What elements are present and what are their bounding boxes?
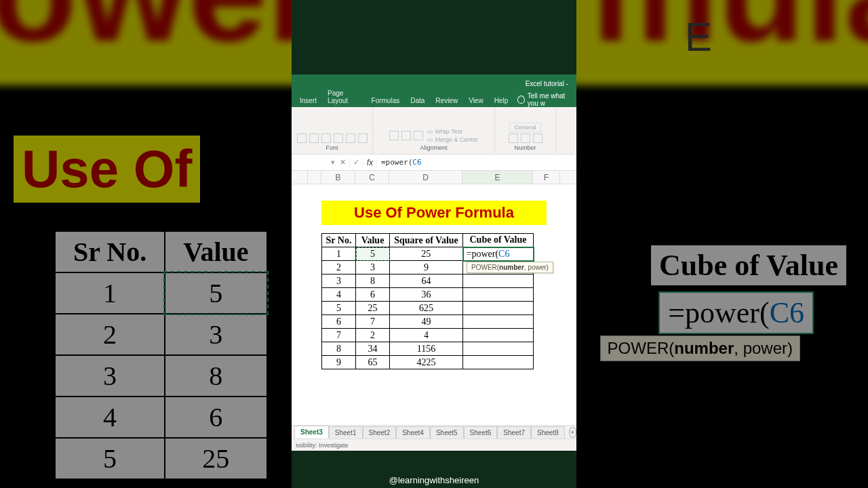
- cell[interactable]: 49: [390, 315, 463, 329]
- tell-me-label: Tell me what you w: [528, 92, 576, 107]
- cell[interactable]: [463, 356, 534, 369]
- cell[interactable]: 6: [356, 288, 390, 302]
- tab-page-layout[interactable]: Page Layout: [322, 87, 366, 107]
- number-controls[interactable]: [509, 134, 542, 143]
- data-table: Sr No. Value Square of Value Cube of Val…: [321, 233, 534, 369]
- tab-data[interactable]: Data: [405, 94, 430, 107]
- cell[interactable]: 25: [356, 302, 390, 315]
- cell[interactable]: 65: [356, 356, 390, 369]
- select-all-corner[interactable]: [292, 171, 308, 184]
- formula-input[interactable]: =power(C6: [377, 158, 422, 167]
- cell[interactable]: 25: [390, 247, 463, 261]
- col-header-F[interactable]: F: [533, 171, 560, 184]
- sheet-tabs-bar: Sheet3 Sheet1 Sheet2 Sheet4 Sheet5 Sheet…: [292, 425, 576, 439]
- font-controls[interactable]: [297, 134, 368, 143]
- table-header-row: Sr No. Value Square of Value Cube of Val…: [322, 234, 534, 247]
- bg-header-cube: Cube of Value: [650, 244, 848, 287]
- cell[interactable]: 2: [322, 261, 356, 274]
- number-group-label: Number: [514, 144, 536, 151]
- editing-cell[interactable]: =power(C6: [463, 247, 534, 261]
- enter-formula-icon[interactable]: ✓: [350, 158, 363, 167]
- cell[interactable]: 3: [356, 261, 390, 274]
- ribbon-group-alignment: ▭ Wrap Text ▭ Merge & Center Alignment: [373, 107, 495, 154]
- cell[interactable]: 34: [356, 342, 390, 356]
- sheet-tab-sheet1[interactable]: Sheet1: [329, 426, 363, 439]
- name-box-dropdown-icon[interactable]: ▾: [330, 158, 336, 167]
- table-row: 6749: [322, 315, 534, 329]
- cell[interactable]: 625: [390, 302, 463, 315]
- cell[interactable]: 64: [390, 274, 463, 288]
- wrap-text-button[interactable]: ▭ Wrap Text: [427, 128, 478, 135]
- sheet-tab-sheet4[interactable]: Sheet4: [396, 426, 430, 439]
- cell[interactable]: 8: [356, 274, 390, 288]
- cell[interactable]: [463, 329, 534, 342]
- sheet-tab-sheet6[interactable]: Sheet6: [464, 426, 498, 439]
- align-controls[interactable]: [389, 131, 423, 140]
- bg-left-fragment: Use Of: [14, 136, 200, 203]
- tab-view[interactable]: View: [463, 94, 489, 107]
- function-tooltip: POWER(number, power): [467, 262, 553, 273]
- sheet-tab-sheet7[interactable]: Sheet7: [497, 426, 531, 439]
- cell[interactable]: 5: [322, 302, 356, 315]
- ribbon-group-font: Font: [292, 107, 373, 154]
- worksheet-grid[interactable]: Use Of Power Formula Sr No. Value Square…: [292, 184, 576, 428]
- cell[interactable]: 7: [322, 329, 356, 342]
- sheet-tab-sheet3[interactable]: Sheet3: [294, 426, 329, 439]
- col-header-E[interactable]: E: [462, 171, 533, 184]
- credit-handle: @learningwithsheireen: [292, 475, 576, 485]
- app-title: Excel tutorial -: [526, 80, 568, 87]
- cell[interactable]: [463, 288, 534, 302]
- phone-frame: Excel tutorial - Insert Page Layout Form…: [292, 0, 576, 488]
- cell[interactable]: 36: [390, 288, 463, 302]
- col-header-A[interactable]: [308, 171, 321, 184]
- bg-th-val: Value: [165, 231, 267, 272]
- cell[interactable]: 4: [322, 288, 356, 302]
- cell[interactable]: 9: [322, 356, 356, 369]
- tell-me-search[interactable]: Tell me what you w: [517, 92, 576, 107]
- tab-insert[interactable]: Insert: [294, 94, 322, 107]
- th-value: Value: [356, 234, 390, 247]
- merge-center-button[interactable]: ▭ Merge & Center: [427, 136, 478, 143]
- table-row: 724: [322, 329, 534, 342]
- cell[interactable]: [463, 342, 534, 356]
- table-row: 525625: [322, 302, 534, 315]
- cell[interactable]: 9: [390, 261, 463, 274]
- cancel-formula-icon[interactable]: ✕: [336, 158, 350, 167]
- tab-review[interactable]: Review: [430, 94, 463, 107]
- sheet-tab-sheet2[interactable]: Sheet2: [363, 426, 397, 439]
- tab-help[interactable]: Help: [489, 94, 514, 107]
- alignment-group-label: Alignment: [420, 144, 447, 151]
- col-header-C[interactable]: C: [355, 171, 389, 184]
- status-text: ssibility: Investigate: [296, 442, 349, 449]
- cell[interactable]: [463, 274, 534, 288]
- sheet-tab-sheet5[interactable]: Sheet5: [430, 426, 464, 439]
- cell-c6-referenced[interactable]: 5: [356, 247, 390, 261]
- cell[interactable]: 2: [356, 329, 390, 342]
- col-header-B[interactable]: B: [321, 171, 355, 184]
- cell[interactable]: 4225: [390, 356, 463, 369]
- cell[interactable]: 3: [322, 274, 356, 288]
- bg-left-table: Sr No.Value 15 23 38 46 525: [54, 230, 268, 480]
- col-header-D[interactable]: D: [389, 171, 462, 184]
- cell[interactable]: 4: [390, 329, 463, 342]
- cell[interactable]: [463, 315, 534, 329]
- column-headers: B C D E F: [292, 171, 576, 184]
- cell[interactable]: 1: [322, 247, 356, 261]
- new-sheet-button[interactable]: +: [569, 427, 576, 438]
- cell[interactable]: 1156: [390, 342, 463, 356]
- title-banner: Use Of Power Formula: [321, 201, 547, 225]
- cell[interactable]: [463, 302, 534, 315]
- ribbon-tabs: Insert Page Layout Formulas Data Review …: [292, 92, 576, 107]
- cell[interactable]: 6: [322, 315, 356, 329]
- tab-formulas[interactable]: Formulas: [366, 94, 406, 107]
- table-row: 3864: [322, 274, 534, 288]
- table-row: 4636: [322, 288, 534, 302]
- cell[interactable]: 8: [322, 342, 356, 356]
- sheet-tab-sheet8[interactable]: Sheet8: [531, 426, 565, 439]
- number-format-dropdown[interactable]: General: [509, 123, 540, 132]
- ribbon-group-number: General Number: [495, 107, 556, 154]
- fx-icon[interactable]: fx: [363, 158, 377, 167]
- cell[interactable]: 7: [356, 315, 390, 329]
- th-sr-no: Sr No.: [322, 234, 356, 247]
- bg-col-E: E: [685, 14, 712, 60]
